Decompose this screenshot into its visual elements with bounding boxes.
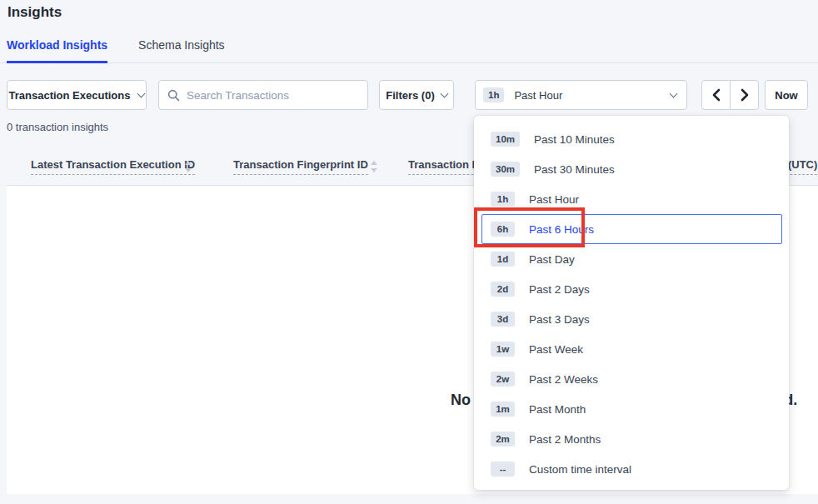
time-option-badge: 6h [491,222,515,237]
time-interval-picker[interactable]: 1h Past Hour [475,80,687,110]
time-option-label: Past Day [529,253,575,266]
time-option-badge: 1w [491,342,515,357]
time-option-10m[interactable]: 10mPast 10 Minutes [481,124,782,154]
time-interval-badge: 1h [483,87,504,102]
time-option-label: Past 6 Hours [529,223,594,236]
time-option-2d[interactable]: 2dPast 2 Days [481,274,782,304]
search-input[interactable] [187,89,359,102]
chevron-down-icon [670,89,678,97]
time-interval-label: Past Hour [514,89,671,102]
time-option-badge: 10m [491,132,520,147]
time-option-6h[interactable]: 6hPast 6 Hours [481,214,782,244]
time-option-2m[interactable]: 2mPast 2 Months [481,424,782,454]
next-interval-button[interactable] [730,80,759,110]
time-option-1d[interactable]: 1dPast Day [481,244,782,274]
search-icon [167,89,180,102]
time-option-badge: -- [491,462,515,477]
time-option-1h[interactable]: 1hPast Hour [481,184,782,214]
time-option-badge: 1m [491,402,515,417]
time-option-30m[interactable]: 30mPast 30 Minutes [481,154,782,184]
tab-schema-insights[interactable]: Schema Insights [138,38,225,62]
page-title: Insights [7,4,62,21]
chevron-down-icon [137,89,146,97]
sort-icon[interactable] [185,161,192,172]
tab-workload-insights[interactable]: Workload Insights [7,38,107,63]
now-label: Now [775,89,797,102]
filters-label: Filters (0) [386,89,435,102]
time-option-custom[interactable]: --Custom time interval [481,454,782,484]
insight-type-dropdown[interactable]: Transaction Executions [7,80,147,110]
time-option-label: Past 10 Minutes [534,133,615,146]
column-header[interactable]: Transaction Fingerprint ID [233,158,368,175]
time-option-label: Past 30 Minutes [534,163,615,176]
sort-icon[interactable] [371,161,377,172]
time-option-label: Past Hour [529,193,579,206]
chevron-right-icon [740,88,750,102]
time-option-label: Past Week [529,343,583,356]
now-button[interactable]: Now [765,80,808,110]
time-option-badge: 30m [491,162,520,177]
tab-bar: Workload Insights Schema Insights [0,37,818,63]
time-nav-arrows [701,80,759,110]
chevron-down-icon [440,89,448,97]
time-option-label: Past 2 Days [529,283,590,296]
previous-interval-button[interactable] [701,80,731,110]
time-option-badge: 3d [491,312,515,327]
time-option-badge: 2d [491,282,515,297]
time-option-1m[interactable]: 1mPast Month [481,394,782,424]
time-option-label: Custom time interval [529,463,631,476]
insight-type-label: Transaction Executions [9,89,131,102]
chevron-left-icon [711,88,721,102]
time-option-3d[interactable]: 3dPast 3 Days [481,304,782,334]
time-option-badge: 2w [491,372,515,387]
column-header[interactable]: Latest Transaction Execution ID [31,158,195,175]
time-option-badge: 2m [491,432,515,447]
insights-count: 0 transaction insights [7,121,108,133]
time-option-label: Past 2 Weeks [529,373,598,386]
time-option-label: Past 2 Months [529,433,601,446]
filters-dropdown[interactable]: Filters (0) [379,80,454,110]
time-option-2w[interactable]: 2wPast 2 Weeks [481,364,782,394]
time-option-label: Past 3 Days [529,313,590,326]
time-option-badge: 1h [491,192,515,207]
time-interval-dropdown-menu: 10mPast 10 Minutes30mPast 30 Minutes1hPa… [474,116,789,490]
time-option-label: Past Month [529,403,586,416]
search-box[interactable] [158,80,368,110]
time-option-badge: 1d [491,252,515,267]
time-option-1w[interactable]: 1wPast Week [481,334,782,364]
